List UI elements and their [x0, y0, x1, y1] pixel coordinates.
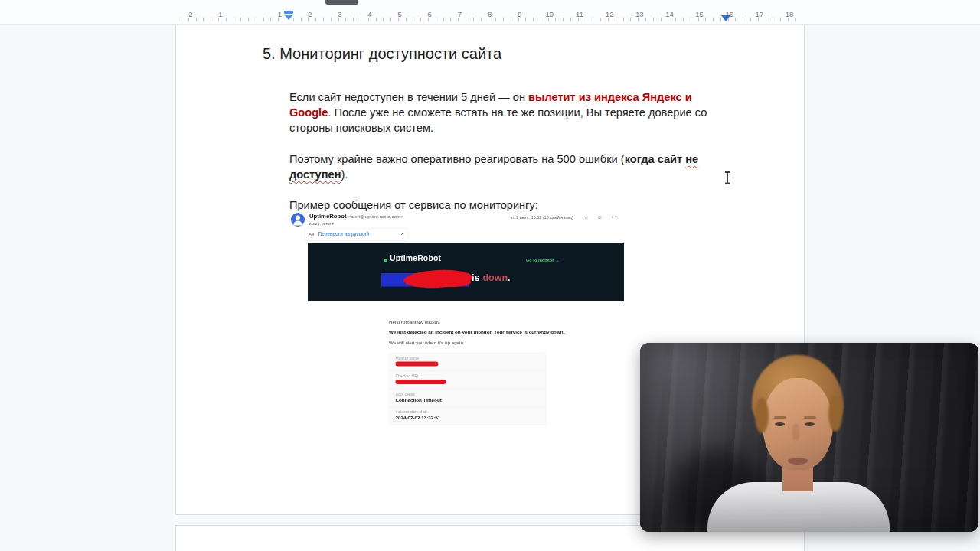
sender-address: <alert@uptimerobot.com>: [348, 214, 403, 220]
card-row: Checked URL: [390, 371, 546, 390]
close-icon[interactable]: ×: [400, 230, 404, 237]
down-status-text: isdown.: [472, 272, 511, 283]
card-row: Monitor name: [390, 354, 546, 372]
email-alert-line: We will alert you when it's up again.: [389, 340, 465, 345]
ruler-bar: 21123456789101112131415161718: [0, 0, 980, 25]
email-incident-line: We just detected an incident on your mon…: [389, 330, 564, 335]
email-greeting: Hello romantsov nikolay,: [389, 319, 441, 324]
page-title: 5. Мониторинг доступности сайта: [263, 45, 501, 63]
ruler[interactable]: 21123456789101112131415161718: [0, 10, 980, 24]
sender-name: UptimeRobot: [309, 213, 347, 220]
text-cursor-icon: [724, 171, 731, 184]
paragraph-500-errors: Поэтому крайне важно оперативно реагиров…: [289, 152, 698, 182]
person-icon: [296, 216, 300, 220]
sender-avatar: [291, 213, 305, 227]
browser-tab-notch: [325, 0, 358, 5]
left-indent-marker-icon[interactable]: [284, 11, 293, 20]
translate-label[interactable]: Перевести на русский: [318, 231, 370, 237]
emoji-icon[interactable]: ☺: [597, 214, 603, 220]
go-to-monitor-link[interactable]: Go to monitor →: [526, 258, 559, 262]
right-indent-marker-icon[interactable]: [721, 15, 730, 22]
webcam-overlay[interactable]: [640, 343, 978, 532]
translate-chip[interactable]: Aя Перевести на русский ×: [305, 228, 408, 241]
sender-line: UptimeRobot<alert@uptimerobot.com>: [309, 213, 403, 220]
card-row: Incident started at2024-07-02 13:32:51: [390, 407, 546, 425]
card-row: Root causeConnection Timeout: [390, 390, 546, 408]
paragraph-index-warning: Если сайт недоступен в течении 5 дней — …: [289, 90, 707, 136]
chevron-down-icon: ▾: [332, 222, 334, 227]
incident-details-card: Monitor nameChecked URLRoot causeConnect…: [389, 353, 546, 425]
embedded-email-screenshot[interactable]: UptimeRobot<alert@uptimerobot.com> кому:…: [289, 210, 626, 429]
redaction-bar: [396, 380, 446, 384]
star-icon[interactable]: ☆: [583, 214, 589, 220]
translate-icon: Aя: [309, 232, 314, 237]
uptimerobot-banner: UptimeRobot Go to monitor → isdown.: [308, 243, 624, 301]
uptimerobot-logo: UptimeRobot: [390, 253, 441, 262]
to-line[interactable]: кому: мне▾: [309, 221, 334, 227]
reply-icon[interactable]: ↩: [612, 214, 616, 220]
redaction-bar: [396, 362, 439, 367]
email-date: вт, 2 июл., 16:32 (10 дней назад): [510, 215, 573, 220]
status-dot-icon: [384, 259, 387, 262]
